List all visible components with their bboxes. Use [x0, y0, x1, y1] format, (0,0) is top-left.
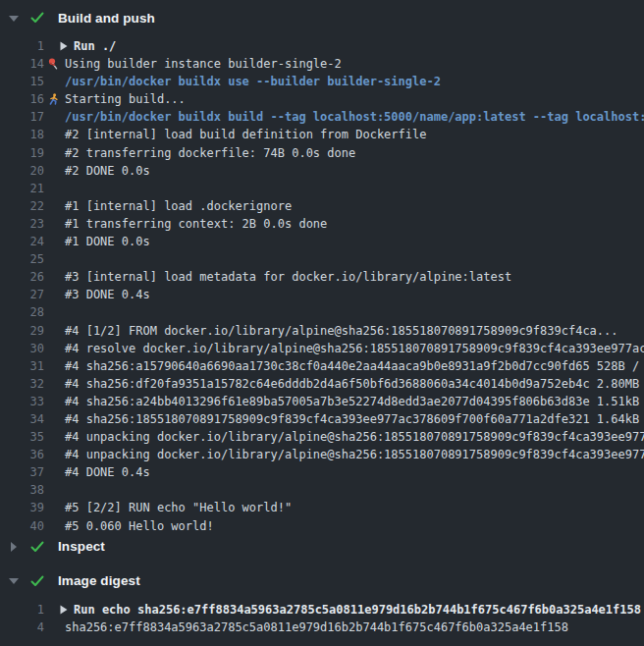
log-line: 39 #5 [2/2] RUN echo "Hello world!": [0, 499, 644, 516]
log-line: 26 #3 [internal] load metadata for docke…: [0, 268, 644, 286]
log-line: 27 #3 DONE 0.4s: [0, 286, 644, 303]
line-number[interactable]: 34: [0, 410, 44, 428]
log-line: 36 #4 unpacking docker.io/library/alpine…: [0, 446, 644, 463]
line-number[interactable]: 18: [0, 126, 44, 143]
log-line: 20 #2 DONE 0.0s: [0, 162, 644, 180]
line-number[interactable]: 40: [0, 517, 44, 535]
line-number[interactable]: 32: [0, 375, 44, 393]
log-text: #5 0.060 Hello world!: [65, 517, 214, 535]
log-line: 14 Using builder instance builder-single…: [0, 55, 644, 73]
section-header-build-and-push[interactable]: Build and push: [0, 8, 644, 27]
log-line: 40 #5 0.060 Hello world!: [0, 517, 644, 535]
line-number[interactable]: 33: [0, 393, 44, 410]
log-text: #1 transferring context: 2B 0.0s done: [65, 215, 327, 233]
line-number[interactable]: 36: [0, 446, 44, 463]
check-success-icon: [30, 12, 44, 24]
log-text: #1 [internal] load .dockerignore: [65, 197, 292, 215]
line-number[interactable]: 38: [0, 481, 44, 499]
log-line: 17 /usr/bin/docker buildx build --tag lo…: [0, 108, 644, 126]
log-text: #3 [internal] load metadata for docker.i…: [65, 268, 511, 286]
line-number[interactable]: 24: [0, 233, 44, 250]
line-number[interactable]: 35: [0, 428, 44, 446]
log-line: 31 #4 sha256:a15790640a6690aa1730c38cf0a…: [0, 357, 644, 375]
log-line: 25: [0, 250, 644, 268]
line-number[interactable]: 22: [0, 197, 44, 215]
line-number[interactable]: 30: [0, 340, 44, 357]
log-text: #4 sha256:df20fa9351a15782c64e6dddb2d4a6…: [65, 375, 644, 393]
play-expand-icon[interactable]: [60, 41, 68, 51]
check-success-icon: [30, 575, 44, 587]
line-number[interactable]: 23: [0, 215, 44, 233]
log-text: Run echo sha256:e7ff8834a5963a2785c5a081…: [74, 601, 641, 619]
check-success-icon: [30, 541, 44, 553]
line-number[interactable]: 37: [0, 463, 44, 481]
log-text: #1 DONE 0.0s: [65, 233, 150, 250]
line-number[interactable]: 25: [0, 250, 44, 268]
log-text: #3 DONE 0.4s: [65, 286, 150, 303]
log-text: sha256:e7ff8834a5963a2785c5a0811e979d16b…: [65, 619, 568, 636]
log-line: 23 #1 transferring context: 2B 0.0s done: [0, 215, 644, 233]
line-number[interactable]: 20: [0, 162, 44, 180]
log-line: 29 #4 [1/2] FROM docker.io/library/alpin…: [0, 322, 644, 340]
log-line: 34 #4 sha256:185518070891758909c9f839cf4…: [0, 410, 644, 428]
log-text: #2 DONE 0.0s: [65, 162, 150, 180]
line-number[interactable]: 17: [0, 108, 44, 126]
log-text: #4 sha256:a24bb4013296f61e89ba57005a7b3e…: [65, 393, 644, 410]
line-number[interactable]: 1: [0, 601, 44, 619]
log-line: 24 #1 DONE 0.0s: [0, 233, 644, 250]
chevron-down-icon[interactable]: [9, 14, 18, 23]
line-number[interactable]: 16: [0, 90, 44, 108]
line-number[interactable]: 1: [0, 37, 44, 55]
play-expand-icon[interactable]: [60, 605, 68, 615]
log-line: 4 sha256:e7ff8834a5963a2785c5a0811e979d1…: [0, 619, 644, 636]
chevron-right-icon[interactable]: [9, 542, 18, 551]
section-header-inspect[interactable]: Inspect: [0, 537, 644, 557]
line-number[interactable]: 15: [0, 73, 44, 90]
line-number[interactable]: 31: [0, 357, 44, 375]
log-text: #5 [2/2] RUN echo "Hello world!": [65, 499, 292, 516]
line-number[interactable]: 26: [0, 268, 44, 286]
log-text: Using builder instance builder-single-2: [65, 55, 342, 73]
section-title: Image digest: [58, 573, 140, 588]
log-section: Build and push 1 Run ./ 14 Using builder…: [0, 8, 644, 535]
line-number[interactable]: 4: [0, 619, 44, 636]
log-line[interactable]: 1 Run echo sha256:e7ff8834a5963a2785c5a0…: [0, 601, 644, 619]
log-text: #4 unpacking docker.io/library/alpine@sh…: [65, 428, 644, 446]
line-number[interactable]: 39: [0, 499, 44, 516]
log-line: 21: [0, 180, 644, 197]
chevron-down-icon[interactable]: [9, 576, 18, 585]
line-number[interactable]: 21: [0, 180, 44, 197]
log-text: #4 sha256:a15790640a6690aa1730c38cf0a440…: [65, 357, 644, 375]
line-number[interactable]: 28: [0, 303, 44, 321]
log-text: #4 DONE 0.4s: [65, 463, 150, 481]
section-title: Inspect: [58, 539, 105, 554]
line-number[interactable]: 19: [0, 144, 44, 162]
log-line: 22 #1 [internal] load .dockerignore: [0, 197, 644, 215]
line-number[interactable]: 29: [0, 322, 44, 340]
section-title: Build and push: [58, 11, 155, 26]
line-number[interactable]: 14: [0, 55, 44, 73]
pushpin-icon: [47, 58, 59, 70]
log-line[interactable]: 1 Run ./: [0, 37, 644, 55]
log-text: #4 unpacking docker.io/library/alpine@sh…: [65, 446, 644, 463]
log-line: 15 /usr/bin/docker buildx use --builder …: [0, 73, 644, 90]
log-section: Inspect: [0, 537, 644, 557]
log-line: 35 #4 unpacking docker.io/library/alpine…: [0, 428, 644, 446]
log-section: Image digest 1 Run echo sha256:e7ff8834a…: [0, 571, 644, 636]
log-text: #2 [internal] load build definition from…: [65, 126, 426, 143]
line-number[interactable]: 27: [0, 286, 44, 303]
runner-icon: [47, 93, 59, 105]
log-line: 30 #4 resolve docker.io/library/alpine@s…: [0, 340, 644, 357]
log-text: #2 transferring dockerfile: 74B 0.0s don…: [65, 144, 355, 162]
log-text: #4 sha256:185518070891758909c9f839cf4ca3…: [65, 410, 644, 428]
log-line: 32 #4 sha256:df20fa9351a15782c64e6dddb2d…: [0, 375, 644, 393]
log-line: 38: [0, 481, 644, 499]
log-text: Starting build...: [65, 90, 186, 108]
log-text: #4 resolve docker.io/library/alpine@sha2…: [65, 340, 644, 357]
log-line: 33 #4 sha256:a24bb4013296f61e89ba57005a7…: [0, 393, 644, 410]
log-text: /usr/bin/docker buildx build --tag local…: [65, 108, 644, 126]
log-line: 16 Starting build...: [0, 90, 644, 108]
section-log-lines: 1 Run ./ 14 Using builder instance build…: [0, 37, 644, 535]
section-header-image-digest[interactable]: Image digest: [0, 571, 644, 591]
log-text: #4 [1/2] FROM docker.io/library/alpine@s…: [65, 322, 618, 340]
